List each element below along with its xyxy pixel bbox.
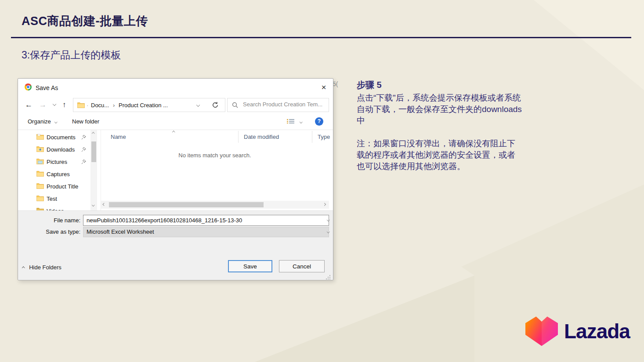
refresh-icon[interactable] — [212, 101, 219, 110]
column-divider — [238, 131, 239, 143]
back-icon[interactable]: ← — [25, 101, 33, 109]
sidebar-item-documents[interactable]: Documents — [21, 132, 90, 143]
documents-folder-icon — [36, 134, 44, 141]
help-icon[interactable]: ? — [315, 117, 323, 126]
dialog-titlebar: Save As × — [18, 79, 333, 96]
organize-dropdown-icon — [54, 120, 57, 123]
view-mode-icon[interactable] — [287, 119, 295, 126]
save-as-type-select[interactable]: Microsoft Excel Worksheet — [83, 227, 329, 237]
address-dropdown-icon[interactable] — [196, 103, 200, 107]
slide: ASC商品创建-批量上传 3:保存产品上传的模板 步骤 5 点击“下载”后，系统… — [0, 0, 644, 362]
scroll-down-icon[interactable] — [92, 203, 94, 206]
sidebar-item-downloads[interactable]: Downloads — [21, 144, 90, 156]
empty-state-text: No items match your search. — [101, 152, 329, 159]
save-as-dialog: Save As × ← → ↑ · Docu... › Product Crea… — [18, 78, 333, 280]
sidebar-item-pictures[interactable]: Pictures — [21, 156, 90, 168]
sidebar-item-captures[interactable]: Captures — [21, 169, 90, 180]
folder-icon — [36, 195, 44, 203]
chevron-up-icon — [22, 267, 25, 269]
breadcrumb-root[interactable]: Docu... — [91, 102, 109, 109]
scroll-right-icon[interactable] — [323, 203, 326, 206]
sidebar-item-label: Downloads — [47, 146, 75, 153]
pin-icon — [81, 159, 86, 166]
sidebar-item-label: Documents — [47, 134, 76, 141]
hide-folders-label: Hide Folders — [29, 264, 62, 271]
hide-folders-button[interactable]: Hide Folders — [22, 264, 62, 271]
pin-icon — [81, 147, 86, 153]
search-box[interactable] — [227, 98, 329, 112]
folder-icon — [77, 102, 85, 109]
view-mode-dropdown-icon[interactable] — [300, 120, 302, 123]
column-divider — [312, 131, 312, 143]
forward-icon[interactable]: → — [39, 101, 47, 109]
sidebar-item-label: Captures — [47, 171, 70, 177]
organize-label: Organize — [28, 118, 51, 125]
up-icon[interactable]: ↑ — [62, 101, 66, 109]
dialog-bottom-panel: File name: Save as type: Microsoft Excel… — [18, 210, 333, 279]
sidebar-item-label: Test — [47, 195, 57, 202]
search-input[interactable] — [242, 101, 326, 108]
new-folder-button[interactable]: New folder — [72, 118, 99, 125]
file-name-input[interactable] — [83, 215, 329, 226]
recent-locations-icon[interactable] — [53, 102, 56, 106]
pictures-folder-icon — [36, 158, 44, 166]
step-instructions: 步骤 5 点击“下载”后，系统会提示保存模板或者系统自动下载，一般会保存至文件夹… — [357, 79, 522, 172]
folder-icon — [36, 170, 44, 178]
column-header-name[interactable]: Name — [111, 134, 126, 140]
lazada-logo: Lazada — [525, 316, 558, 348]
step-note: 注：如果窗口没有弹出，请确保没有阻止下载的程序或者其他浏览器的安全设置，或者也可… — [357, 138, 522, 172]
folder-sidebar: Documents Downloads Pictures Captures Pr… — [21, 130, 90, 210]
sort-ascending-icon — [172, 131, 175, 134]
scrollbar-thumb[interactable] — [109, 202, 264, 207]
page-title: ASC商品创建-批量上传 — [22, 13, 148, 29]
file-name-label: File name: — [18, 217, 80, 224]
dialog-toolbar: Organize New folder ? — [18, 114, 333, 130]
organize-button[interactable]: Organize — [28, 118, 57, 125]
cancel-button[interactable]: Cancel — [279, 260, 325, 272]
sidebar-item-label: Product Title — [47, 183, 78, 190]
breadcrumb-current[interactable]: Product Creation ... — [119, 102, 168, 109]
page-subtitle: 3:保存产品上传的模板 — [22, 48, 121, 62]
sidebar-scrollbar[interactable] — [90, 130, 97, 210]
close-icon[interactable]: × — [318, 82, 329, 93]
title-divider — [11, 37, 631, 38]
file-list: Name Date modified Type No items match y… — [101, 130, 329, 210]
sidebar-item-product-title[interactable]: Product Title — [21, 181, 90, 192]
lazada-mark-icon — [525, 316, 558, 346]
scroll-left-icon[interactable] — [103, 203, 105, 206]
save-as-type-label: Save as type: — [18, 228, 80, 235]
chrome-icon — [25, 83, 32, 90]
search-icon — [232, 102, 238, 109]
pin-icon — [81, 134, 86, 141]
breadcrumb-dot: · — [87, 102, 88, 109]
scrollbar-thumb[interactable] — [91, 141, 96, 162]
sidebar-item-videos[interactable]: Videos — [21, 206, 90, 210]
folder-icon — [36, 183, 44, 190]
step-heading: 步骤 5 — [357, 79, 522, 91]
downloads-folder-icon — [36, 146, 44, 153]
step-body: 点击“下载”后，系统会提示保存模板或者系统自动下载，一般会保存至文件夹的down… — [357, 92, 522, 127]
lazada-wordmark: Lazada — [564, 319, 630, 343]
save-button[interactable]: Save — [228, 260, 272, 272]
folder-icon — [36, 207, 44, 210]
sidebar-item-test[interactable]: Test — [21, 193, 90, 205]
dialog-title: Save As — [36, 84, 58, 91]
horizontal-scrollbar[interactable] — [101, 201, 329, 209]
column-header-type[interactable]: Type — [318, 134, 330, 140]
navigation-row: ← → ↑ · Docu... › Product Creation ... — [18, 96, 333, 114]
breadcrumb-separator: › — [113, 102, 115, 109]
scroll-up-icon[interactable] — [92, 132, 94, 135]
sidebar-item-label: Pictures — [47, 159, 67, 165]
column-header-date-modified[interactable]: Date modified — [244, 134, 279, 140]
address-bar[interactable]: · Docu... › Product Creation ... — [73, 98, 225, 112]
resize-grip[interactable] — [326, 275, 327, 276]
save-as-type-value: Microsoft Excel Worksheet — [87, 228, 154, 235]
